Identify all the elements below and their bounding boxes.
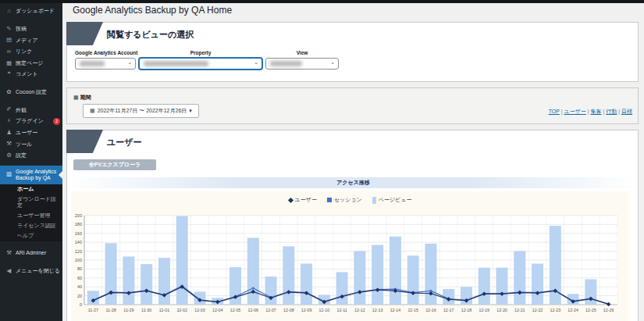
svg-text:12-19: 12-19 [479,308,489,312]
sidebar-item[interactable]: ⚒ARI Adminer [0,248,62,259]
pv-explorer-button[interactable]: 全PVエクスプローラ [73,159,156,170]
svg-text:12-06: 12-06 [248,308,259,312]
svg-text:0: 0 [80,302,82,307]
svg-text:200: 200 [75,213,82,218]
sidebar-item-label: Cocoon 設定 [16,89,60,95]
report-link[interactable]: ユーザー [564,109,586,114]
users-icon: ♟ [5,130,12,137]
sidebar-item[interactable]: ❝コメント [0,69,62,80]
svg-text:12-05: 12-05 [230,308,241,312]
user-section-title: ユーザー [107,137,142,148]
sidebar-subitem[interactable]: ホーム [0,184,62,194]
sidebar-item[interactable]: ✎投稿 [0,23,62,35]
sidebar-item[interactable]: ▦固定ページ [0,58,62,70]
view-selection-card: 閲覧するビューの選択 Google Analytics Account ⌄ Pr… [66,22,639,82]
sidebar-item[interactable]: ✐外観 [0,104,62,116]
date-range-value: 2022年11月27日 〜 2022年12月26日 [98,107,187,115]
legend-marker-diamond-icon [288,197,294,202]
legend-item: ページビュー [372,196,412,204]
sidebar-subitem[interactable]: ライセンス認証 [0,221,62,231]
sidebar-subitem[interactable]: ダウンロード設定 [0,194,62,211]
sidebar-menu: ⌂ダッシュボード✎投稿▤メディア∞リンク▦固定ページ❝コメント✿Cocoon 設… [0,3,62,276]
date-range-button[interactable]: ▦ 2022年11月27日 〜 2022年12月26日 ▾ [83,104,199,118]
update-count-badge: 2 [53,118,60,125]
svg-text:12-24: 12-24 [568,308,578,312]
svg-text:12-13: 12-13 [372,308,383,312]
plugins-icon: ⚡ [5,118,12,125]
settings-icon: ⚙ [5,152,12,159]
sidebar-item[interactable]: ⚒ツール [0,138,62,150]
report-link[interactable]: TOP [549,109,560,114]
posts-icon: ✎ [5,26,12,33]
svg-text:12-08: 12-08 [283,308,294,312]
svg-text:100: 100 [75,258,82,262]
pages-icon: ▦ [5,60,12,67]
svg-text:12-18: 12-18 [461,308,472,312]
legend-label: ユーザー [295,196,317,204]
svg-text:12-21: 12-21 [514,308,525,312]
svg-text:11-28: 11-28 [106,308,116,312]
sidebar-item-label: リンク [16,48,60,55]
sidebar-item-label: メディア [16,37,60,44]
sidebar-item[interactable]: ♟ユーザー [0,127,62,139]
svg-text:12-04: 12-04 [212,308,223,312]
sidebar-subitem[interactable]: ユーザー管理 [0,211,62,221]
sidebar-item[interactable]: ∞リンク [0,46,62,58]
report-link[interactable]: 行動 [606,109,617,114]
ga-property-select[interactable]: ⌄ [139,58,262,70]
svg-text:140: 140 [75,240,82,244]
svg-text:11-27: 11-27 [88,308,98,312]
sidebar-item-label: Google Analytics Backup by QA [16,169,58,181]
svg-text:160: 160 [75,231,82,236]
report-link[interactable]: 集客 [591,109,602,114]
sidebar-item[interactable]: ⚡プラグイン2 [0,116,62,127]
legend-label: ページビュー [379,196,412,204]
sidebar-subitem[interactable]: ヘルプ [0,231,62,241]
ga-view-select[interactable]: ⌄ [265,58,339,70]
legend-label: セッション [334,196,362,204]
sidebar-item[interactable]: ▤メディア [0,34,62,46]
wrench-icon: ⚒ [5,250,12,257]
access-trend-chart: 02040608010012014016018020011-2711-2811-… [71,204,629,321]
sidebar-item-label: ユーザー [16,130,60,136]
sidebar-item[interactable]: ✿Cocoon 設定 [0,87,62,98]
svg-text:12-09: 12-09 [301,308,312,312]
chevron-down-icon: ⌄ [254,59,258,66]
wordpress-admin-screen: ⌂ダッシュボード✎投稿▤メディア∞リンク▦固定ページ❝コメント✿Cocoon 設… [0,0,644,321]
redacted-view-value [270,61,302,66]
period-label-text: 期間 [80,94,91,102]
svg-text:11-30: 11-30 [141,308,151,312]
ga-property-field: Property ⌄ [139,50,262,70]
svg-text:12-23: 12-23 [550,308,561,312]
redacted-account-value [80,61,105,66]
legend-marker-square-icon [327,198,332,202]
sidebar-item-label: ヘルプ [17,233,60,239]
section-flag [66,130,103,153]
ga-view-label: View [265,50,339,55]
svg-text:12-14: 12-14 [390,308,401,312]
svg-text:12-02: 12-02 [176,308,187,312]
sidebar-item[interactable]: ⌂ダッシュボード [0,5,62,17]
legend-item: ユーザー [289,196,317,204]
links-icon: ∞ [5,48,12,55]
ga-account-label: Google Analytics Account [75,50,136,55]
ga-account-select[interactable]: ⌄ [75,58,136,70]
sidebar-item[interactable]: ▥Google Analytics Backup by QA [0,166,62,184]
report-link[interactable]: 目標 [621,109,632,114]
sidebar-item[interactable]: ◀メニューを閉じる [0,266,62,277]
chart-legend: ユーザーセッションページビュー [71,191,629,204]
sidebar-item[interactable]: ⚙設定 [0,150,62,162]
calendar-icon: ▦ [90,108,95,114]
calendar-icon: ▦ [73,95,79,101]
svg-text:12-12: 12-12 [354,308,365,312]
svg-text:40: 40 [77,284,82,289]
sidebar-item-label: 外観 [16,107,60,113]
caret-down-icon: ▾ [189,108,192,114]
svg-text:180: 180 [75,222,82,226]
svg-text:12-17: 12-17 [443,308,454,312]
svg-text:12-25: 12-25 [585,308,596,312]
ga-account-field: Google Analytics Account ⌄ [75,50,136,70]
chevron-down-icon: ⌄ [127,59,132,66]
svg-text:11-29: 11-29 [123,308,133,312]
collapse-menu-icon: ◀ [5,268,12,275]
